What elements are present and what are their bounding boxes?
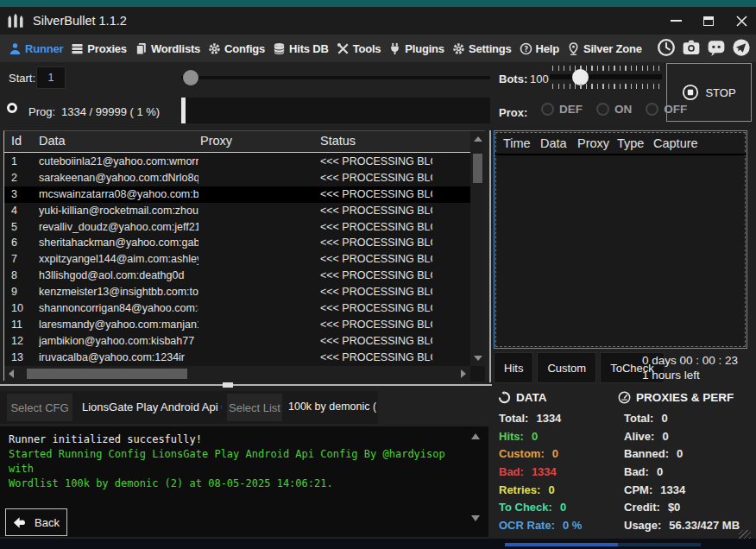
table-row[interactable]: 10shannoncorrigan84@yahoo.com:80<<< PROC… <box>4 300 470 317</box>
log-scroll-up-icon[interactable] <box>471 433 480 439</box>
table-row[interactable]: 1cuteboiinla21@yahoo.com:wmorrid<<< PROC… <box>4 154 470 170</box>
maximize-button[interactable] <box>699 11 718 30</box>
prox-radio-group: DEFONOFF <box>541 103 687 116</box>
tab-custom[interactable]: Custom <box>537 352 596 383</box>
table-row[interactable]: 6sheritahackman@yahoo.com:gabby<<< PROCE… <box>4 235 470 251</box>
table-row[interactable]: 12jambikion@yahoo.com:kisbah77<<< PROCES… <box>4 333 470 350</box>
scroll-up-icon[interactable] <box>474 136 482 142</box>
scrollbar-thumb[interactable] <box>27 369 187 379</box>
stat-row: Total:0 <box>624 409 740 427</box>
gauge-icon <box>618 391 631 404</box>
column-header-time[interactable]: Time <box>503 136 531 150</box>
table-row[interactable]: 2sarakeenan@yahoo.com:dNrlo8qyb<<< PROCE… <box>4 170 470 186</box>
scrollbar-thumb[interactable] <box>473 154 482 183</box>
horizontal-splitter[interactable] <box>0 384 492 386</box>
pin-icon <box>567 42 580 55</box>
stat-label: Total: <box>624 412 653 425</box>
horizontal-scrollbar[interactable] <box>4 366 470 382</box>
proxies-stats: Total:0Alive:0Banned:0Bad:0CPM:1334Credi… <box>624 409 740 534</box>
config-name: LionsGate Play Android Api Con <box>82 401 222 413</box>
svg-text:?: ? <box>524 44 528 53</box>
menu-item-configs[interactable]: Configs <box>208 42 265 55</box>
column-header-capture[interactable]: Capture <box>653 136 698 150</box>
column-header-id[interactable]: Id <box>11 134 22 148</box>
discord-icon[interactable] <box>707 38 726 57</box>
menu-item-help[interactable]: ?Help <box>520 42 559 55</box>
menu-item-settings[interactable]: Settings <box>452 42 512 55</box>
table-row[interactable]: 7xxpitzyangel144@aim.com:ashley<<< PROCE… <box>4 251 470 268</box>
table-row[interactable]: 8h3llishgod@aol.com:deathg0d<<< PROCESSI… <box>4 268 470 284</box>
server-icon <box>71 42 84 55</box>
start-input[interactable] <box>36 66 66 89</box>
desktop-strip-bottom <box>0 539 756 549</box>
minimize-button[interactable] <box>666 11 685 30</box>
menu-item-runner[interactable]: Runner <box>9 42 63 55</box>
silverbullet-window: SilverBullet 1.1.2 RunnerProxiesWordlist… <box>0 0 756 549</box>
table-row[interactable]: 3mcswainzatarra08@yahoo.com:bles<<< PROC… <box>4 186 470 203</box>
column-header-proxy[interactable]: Proxy <box>577 136 609 150</box>
log-scroll-down-icon[interactable] <box>471 515 480 521</box>
vertical-scrollbar[interactable] <box>470 131 485 366</box>
stat-value: 0 <box>532 430 538 443</box>
table-row[interactable]: 9kenzmeister13@insightbb.com:toby<<< PRO… <box>4 284 470 300</box>
documents-icon <box>135 42 148 55</box>
stat-row: Usage:56.33/427 MB <box>624 516 740 534</box>
menu-item-proxies[interactable]: Proxies <box>71 42 127 55</box>
stat-value: 0 <box>560 501 566 514</box>
splitter-handle[interactable] <box>223 382 233 388</box>
bots-slider[interactable] <box>550 66 662 92</box>
menu-item-plugins[interactable]: Plugins <box>388 42 444 55</box>
stat-value: 0 <box>548 483 554 496</box>
back-button[interactable]: Back <box>5 508 67 536</box>
timer-block: 0 days 00 : 00 : 23 1 hours left <box>642 353 738 382</box>
telegram-icon[interactable] <box>732 38 751 57</box>
table-row[interactable]: 5revalliv_doudz@yahoo.com:jeff2142<<< PR… <box>4 219 470 236</box>
stat-row: Bad:1334 <box>499 463 582 481</box>
radio-button-on[interactable] <box>596 103 609 116</box>
table-row[interactable]: 11laresmandy@yahoo.com:manjan1<<< PROCES… <box>4 317 470 333</box>
radio-button-def[interactable] <box>541 103 554 116</box>
window-title: SilverBullet 1.1.2 <box>33 14 127 28</box>
stat-label: Usage: <box>624 519 661 532</box>
progress-label: Prog: <box>28 105 55 118</box>
stat-row: Hits:0 <box>499 427 582 445</box>
stat-value: 1334 <box>660 483 685 496</box>
stat-label: Hits: <box>499 430 524 443</box>
close-button[interactable] <box>732 11 751 30</box>
column-header-data[interactable]: Data <box>39 134 66 148</box>
select-list-button[interactable]: Select List <box>227 394 282 421</box>
vertical-splitter[interactable] <box>489 130 491 382</box>
menu-item-wordlists[interactable]: Wordlists <box>135 42 200 55</box>
column-header-proxy[interactable]: Proxy <box>200 134 232 148</box>
menu-item-silver-zone[interactable]: Silver Zone <box>567 42 642 55</box>
slider-thumb[interactable] <box>183 70 198 85</box>
table-row[interactable]: 13iruvacalba@yahoo.com:1234ir<<< PROCESS… <box>4 350 470 366</box>
camera-icon[interactable] <box>682 38 701 57</box>
menu-item-hits-db[interactable]: Hits DB <box>273 42 329 55</box>
column-header-data[interactable]: Data <box>540 136 567 150</box>
menu-item-label: Proxies <box>87 42 127 55</box>
scroll-right-icon[interactable] <box>461 369 466 378</box>
cell-status: <<< PROCESSING BLOCK <box>320 253 432 265</box>
menu-item-tools[interactable]: Tools <box>337 42 381 55</box>
stat-row: CPM:1334 <box>624 481 740 499</box>
column-header-type[interactable]: Type <box>617 136 644 150</box>
elapsed-time: 0 days 00 : 00 : 23 <box>642 353 738 368</box>
scroll-down-icon[interactable] <box>474 356 482 361</box>
select-cfg-button[interactable]: Select CFG <box>7 394 72 421</box>
scroll-left-icon[interactable] <box>9 369 14 378</box>
stat-value: 0 <box>661 412 667 425</box>
tab-hits[interactable]: Hits <box>494 352 533 383</box>
column-header-status[interactable]: Status <box>320 134 356 148</box>
history-icon[interactable] <box>657 38 676 57</box>
radio-button-off[interactable] <box>646 103 658 116</box>
cell-id: 1 <box>11 155 35 167</box>
log-line: Started Running Config LionsGate Play An… <box>9 447 464 476</box>
start-position-slider[interactable] <box>181 66 490 90</box>
help-icon: ? <box>520 42 532 55</box>
titlebar: SilverBullet 1.1.2 <box>0 7 756 35</box>
table-row[interactable]: 4yuki-killian@rocketmail.com:zhoum<<< PR… <box>4 203 470 219</box>
database-icon <box>273 42 286 55</box>
app-logo-bullets-icon <box>5 10 26 31</box>
stat-label: Bad: <box>499 465 524 478</box>
